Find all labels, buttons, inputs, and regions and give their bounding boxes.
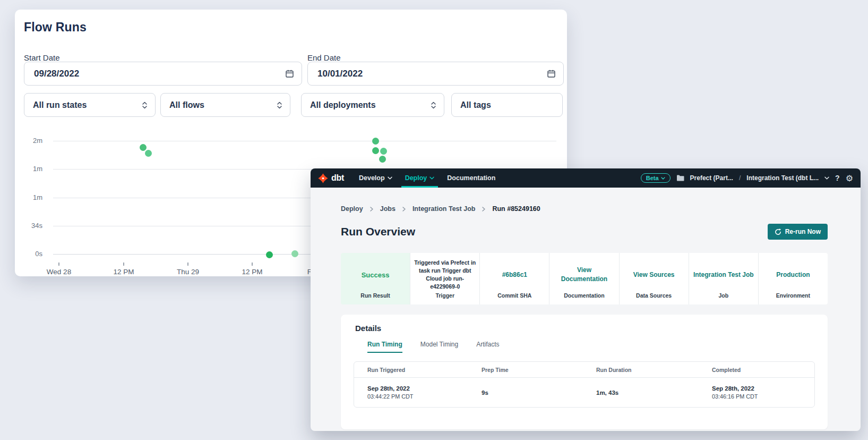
view-sources-link[interactable]: View Sources xyxy=(620,253,689,292)
y-axis-tick-label: 1m xyxy=(15,193,42,201)
flow-run-point[interactable] xyxy=(266,251,273,258)
help-icon[interactable]: ? xyxy=(835,174,840,182)
run-triggered-value: Sep 28th, 2022 03:44:22 PM CDT xyxy=(354,385,468,400)
breadcrumb: Deploy Jobs Integration Test Job Run #85… xyxy=(341,205,828,213)
nav-item-deploy[interactable]: Deploy xyxy=(405,168,435,188)
desktop: Flow Runs Start Date End Date 09/28/2022… xyxy=(0,0,868,440)
chevron-down-icon xyxy=(388,176,392,180)
commit-sha-cell: #6b86c1 Commit SHA xyxy=(480,253,549,304)
y-axis-tick-label: 2m xyxy=(15,137,42,145)
x-axis-tick xyxy=(123,263,124,266)
commit-sha-link[interactable]: #6b86c1 xyxy=(480,253,549,292)
details-card: Details Run Timing Model Timing Artifact… xyxy=(341,315,828,429)
x-axis-tick-label: Wed 28 xyxy=(38,268,80,276)
nav-item-develop[interactable]: Develop xyxy=(359,168,392,188)
chevron-right-icon xyxy=(482,207,485,211)
x-axis-tick-label: Thu 29 xyxy=(167,268,209,276)
prep-time-value: 9s xyxy=(468,390,583,396)
y-axis-tick-label: 1m xyxy=(15,165,42,173)
view-documentation-link[interactable]: View Documentation xyxy=(549,253,618,292)
job-link[interactable]: Integration Test Job xyxy=(689,253,758,292)
y-axis-tick-label: 0s xyxy=(15,250,42,258)
chevron-down-icon xyxy=(429,176,434,180)
page-head: Run Overview Re-run Now xyxy=(341,224,828,240)
dbt-content: Deploy Jobs Integration Test Job Run #85… xyxy=(311,205,861,429)
dbt-navbar: dbt Develop Deploy Documentation Beta xyxy=(311,168,861,188)
data-sources-cell: View Sources Data Sources xyxy=(620,253,689,304)
breadcrumb-job[interactable]: Integration Test Job xyxy=(412,205,476,213)
flow-run-point[interactable] xyxy=(291,250,298,257)
tab-artifacts[interactable]: Artifacts xyxy=(476,341,499,353)
x-axis-tick xyxy=(58,263,59,266)
documentation-cell: View Documentation Documentation xyxy=(549,253,619,304)
dbt-cloud-window: dbt Develop Deploy Documentation Beta xyxy=(311,168,861,431)
col-run-triggered: Run Triggered xyxy=(354,367,468,373)
x-axis-tick-label: 12 PM xyxy=(231,268,273,276)
run-summary-strip: Success Run Result Triggered via Prefect… xyxy=(341,253,828,304)
account-project-crumb[interactable]: Prefect (Part... xyxy=(690,174,733,182)
chevron-right-icon xyxy=(370,207,373,211)
flow-run-point[interactable] xyxy=(145,150,152,157)
breadcrumb-jobs[interactable]: Jobs xyxy=(380,205,396,213)
dbt-logo-icon xyxy=(317,173,329,184)
run-result-cell: Success Run Result xyxy=(341,253,410,304)
table-header-row: Run Triggered Prep Time Run Duration Com… xyxy=(354,362,814,378)
x-axis-tick-label: 12 PM xyxy=(102,268,145,276)
job-cell: Integration Test Job Job xyxy=(689,253,759,304)
environment-cell: Production Environment xyxy=(759,253,828,304)
environment-link[interactable]: Production xyxy=(759,253,828,292)
run-timing-table: Run Triggered Prep Time Run Duration Com… xyxy=(354,361,815,408)
flow-run-point[interactable] xyxy=(372,147,379,154)
folder-icon xyxy=(676,175,684,181)
crumb-separator: / xyxy=(739,174,741,182)
tab-run-timing[interactable]: Run Timing xyxy=(367,341,402,353)
flow-run-point[interactable] xyxy=(140,144,147,151)
dbt-logo[interactable]: dbt xyxy=(317,173,344,184)
tab-model-timing[interactable]: Model Timing xyxy=(420,341,458,353)
flow-run-point[interactable] xyxy=(379,156,386,163)
x-axis-tick xyxy=(252,263,253,266)
col-prep-time: Prep Time xyxy=(468,367,583,373)
nav-item-documentation[interactable]: Documentation xyxy=(447,168,495,188)
breadcrumb-run: Run #85249160 xyxy=(492,205,540,213)
chevron-down-icon[interactable] xyxy=(824,176,829,180)
environment-crumb[interactable]: Integration Test (dbt L... xyxy=(746,174,819,182)
details-tabs: Run Timing Model Timing Artifacts xyxy=(354,341,815,353)
run-duration-value: 1m, 43s xyxy=(583,390,699,396)
run-overview-title: Run Overview xyxy=(341,225,415,238)
col-completed: Completed xyxy=(699,367,814,373)
navbar-right: Beta Prefect (Part... / Integration Test… xyxy=(641,173,853,183)
flow-run-point[interactable] xyxy=(380,148,387,155)
x-axis-tick xyxy=(187,263,188,266)
chevron-down-icon xyxy=(661,177,665,180)
chevron-right-icon xyxy=(402,207,406,211)
completed-value: Sep 28th, 2022 03:46:16 PM CDT xyxy=(699,385,814,400)
flow-run-point[interactable] xyxy=(372,138,379,145)
beta-badge[interactable]: Beta xyxy=(641,173,671,183)
trigger-cell: Triggered via Prefect in task run Trigge… xyxy=(410,253,480,304)
y-gridline xyxy=(53,141,556,141)
breadcrumb-deploy[interactable]: Deploy xyxy=(341,205,363,213)
refresh-icon xyxy=(775,229,781,235)
table-row: Sep 28th, 2022 03:44:22 PM CDT 9s 1m, 43… xyxy=(354,378,814,407)
dbt-logo-text: dbt xyxy=(331,173,344,183)
rerun-now-button[interactable]: Re-run Now xyxy=(768,224,828,240)
details-title: Details xyxy=(354,324,815,333)
gear-icon[interactable]: ⚙ xyxy=(846,173,853,183)
col-run-duration: Run Duration xyxy=(583,367,699,373)
y-axis-tick-label: 34s xyxy=(15,222,42,230)
